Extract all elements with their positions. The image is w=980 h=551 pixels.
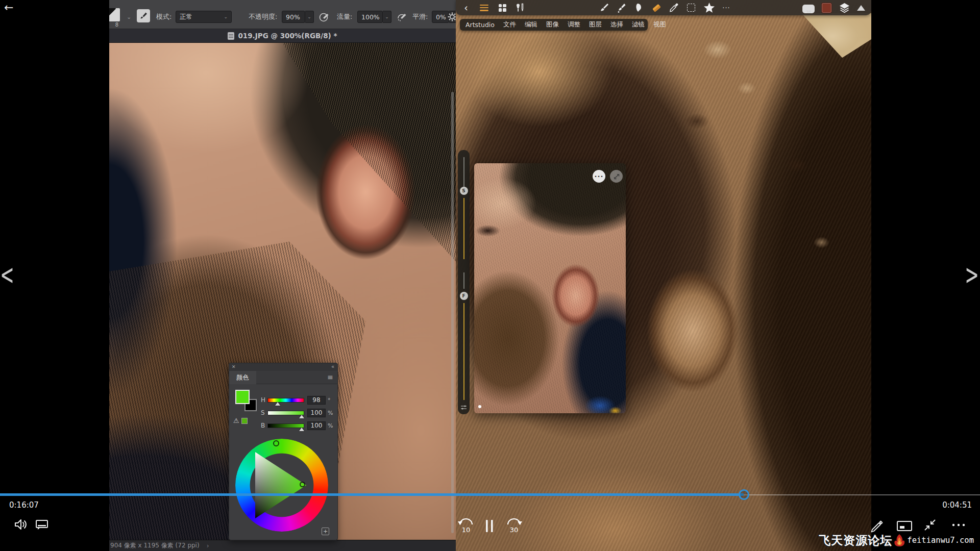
back-arrow-button[interactable]: ← <box>4 1 13 14</box>
menu-view[interactable]: 视图 <box>653 20 666 29</box>
color-wheel[interactable] <box>235 439 328 532</box>
shrink-button[interactable] <box>923 518 937 532</box>
select-tool-button[interactable] <box>685 0 697 15</box>
hue-slider-thumb[interactable] <box>275 402 280 406</box>
tab-color[interactable]: 颜色 <box>229 371 256 384</box>
gear-icon <box>447 12 456 22</box>
layers-button[interactable] <box>838 0 851 15</box>
add-swatch-button[interactable]: + <box>322 528 329 535</box>
brush-size-value: 38 <box>802 10 815 14</box>
smudge-tool-button[interactable] <box>632 0 645 15</box>
brush-size-button[interactable]: 38 <box>802 0 815 15</box>
opacity-label: 不透明度: <box>249 10 277 23</box>
saturation-slider[interactable] <box>267 411 304 415</box>
size-slider-knob[interactable]: S <box>460 187 468 195</box>
opacity-value-field[interactable]: 90% <box>282 11 305 23</box>
tools-button[interactable] <box>514 0 526 15</box>
skip-back-button[interactable]: 10 <box>455 516 477 534</box>
chevron-down-icon: ⌄ <box>224 14 228 19</box>
airbrush-button[interactable] <box>396 10 407 23</box>
pip-button[interactable] <box>896 520 913 532</box>
menu-artstudio[interactable]: Artstudio <box>465 21 495 29</box>
brightness-slider-thumb[interactable] <box>299 428 304 431</box>
triangle-knob[interactable] <box>300 482 305 487</box>
progress-bar-played[interactable] <box>0 493 744 496</box>
toolbar-more-button[interactable]: ··· <box>720 0 733 15</box>
current-color-button[interactable] <box>820 0 833 15</box>
gallery-button[interactable] <box>497 0 508 15</box>
saturation-slider-thumb[interactable] <box>299 415 304 418</box>
brightness-value-field[interactable]: 100 <box>307 421 326 430</box>
hue-value-field[interactable]: 98 <box>307 396 326 405</box>
flow-value: 100% <box>361 13 380 21</box>
menu-edit[interactable]: 编辑 <box>525 20 537 29</box>
back-button[interactable]: ‹ <box>461 0 471 15</box>
hue-ring-knob[interactable] <box>273 440 279 446</box>
opacity-chevron-icon[interactable]: ⌄ <box>305 11 314 23</box>
slider-settings-icon[interactable] <box>460 405 467 410</box>
reference-image-window[interactable]: ··· <box>474 163 626 413</box>
size-slider-fill[interactable] <box>463 198 464 259</box>
progress-playhead[interactable] <box>739 489 749 500</box>
color-panel-tabrow: 颜色 ≡ <box>229 371 337 384</box>
menu-file[interactable]: 文件 <box>503 20 516 29</box>
flow-chevron-icon[interactable]: ⌄ <box>383 11 391 23</box>
close-icon[interactable]: ✕ <box>232 364 236 369</box>
menu-adjust[interactable]: 调整 <box>568 20 580 29</box>
brush-settings-button[interactable] <box>447 10 456 23</box>
mode-select[interactable]: 正常 ⌄ <box>176 11 232 23</box>
wet-paint-tool-button[interactable] <box>615 0 627 15</box>
gamut-warning[interactable]: ⚠ <box>233 417 248 424</box>
brightness-slider[interactable] <box>267 423 304 428</box>
eyedropper-tool-button[interactable] <box>668 0 680 15</box>
brightness-label: B <box>261 422 267 429</box>
more-options-button[interactable] <box>950 521 967 529</box>
saturation-value-field[interactable]: 100 <box>307 409 326 417</box>
paint-tool-button[interactable] <box>598 0 610 15</box>
menu-select[interactable]: 选择 <box>610 20 623 29</box>
favorites-button[interactable] <box>702 0 716 15</box>
flow-slider-track[interactable] <box>463 272 464 289</box>
pause-button[interactable] <box>484 519 495 533</box>
status-chevron-icon[interactable]: › <box>207 542 209 549</box>
next-video-button[interactable]: > <box>966 257 978 292</box>
flow-slider-fill[interactable] <box>463 303 464 400</box>
collapse-icon[interactable]: « <box>331 364 334 369</box>
hue-slider[interactable] <box>267 398 304 403</box>
menu-layer[interactable]: 图层 <box>589 20 602 29</box>
menu-image[interactable]: 图像 <box>546 20 559 29</box>
ps-vertical-scrollbar[interactable] <box>451 92 454 533</box>
smoothing-value-field[interactable]: 0% <box>432 11 449 23</box>
gamut-color-swatch[interactable] <box>241 418 248 424</box>
flow-slider-knob[interactable]: F <box>460 292 468 300</box>
progress-bar-remaining[interactable] <box>744 494 980 495</box>
previous-video-button[interactable]: < <box>1 257 13 292</box>
saturation-unit: % <box>328 410 333 416</box>
reference-resize-handle[interactable] <box>478 405 481 408</box>
size-slider-track[interactable] <box>463 157 464 187</box>
smoothing-value: 0% <box>436 13 446 21</box>
document-icon <box>228 32 234 40</box>
collapse-toolbar-button[interactable] <box>855 0 867 15</box>
skip-forward-button[interactable]: 30 <box>503 516 525 534</box>
reference-more-button[interactable]: ··· <box>593 170 605 183</box>
panel-menu-icon[interactable]: ≡ <box>327 373 333 381</box>
current-color-swatch <box>821 3 832 13</box>
reference-resize-button[interactable] <box>610 170 623 183</box>
subtitles-button[interactable] <box>35 518 49 532</box>
flow-value-field[interactable]: 100% <box>357 11 383 23</box>
opacity-pressure-button[interactable] <box>318 10 330 23</box>
foreground-color-swatch[interactable] <box>235 390 250 404</box>
main-menu-button[interactable] <box>478 0 489 15</box>
eyedropper-icon <box>669 3 679 13</box>
smudge-finger-icon <box>633 3 644 13</box>
watermark-site-url: feitianwu7.com <box>907 536 974 545</box>
volume-button[interactable] <box>13 517 28 532</box>
eraser-tool-button[interactable] <box>650 0 663 15</box>
pause-icon <box>484 519 495 533</box>
brush-settings-panel-button[interactable] <box>137 9 150 22</box>
menu-filter[interactable]: 滤镜 <box>632 20 645 29</box>
notes-button[interactable] <box>869 518 884 533</box>
brush-preset-chevron-icon[interactable]: ⌄ <box>127 10 131 23</box>
brush-preset-thumbnail[interactable] <box>109 8 120 21</box>
